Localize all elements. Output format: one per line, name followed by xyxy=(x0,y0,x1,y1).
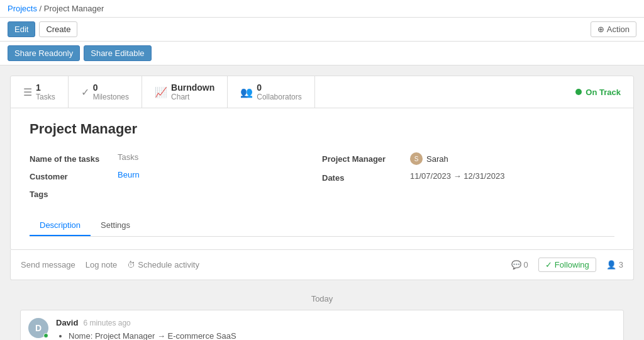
log-note-link[interactable]: Log note xyxy=(86,260,118,269)
breadcrumb-parent[interactable]: Projects xyxy=(8,4,37,13)
form-row: Name of the tasks Tasks Customer Beurn T… xyxy=(30,152,614,205)
tab-description[interactable]: Description xyxy=(30,215,91,236)
on-track-label: On Track xyxy=(586,88,621,97)
breadcrumb: Projects / Project Manager xyxy=(0,0,644,18)
tags-field-row: Tags xyxy=(30,188,322,199)
edit-button[interactable]: Edit xyxy=(8,21,35,37)
action-icon: ⊕ xyxy=(597,25,604,34)
pm-field-row: Project Manager S Sarah xyxy=(322,152,614,165)
breadcrumb-current: Project Manager xyxy=(44,4,104,13)
followers-count: 👤 3 xyxy=(606,260,623,269)
customer-label: Customer xyxy=(30,170,111,181)
collaborators-stat[interactable]: 👥 0 Collaborators xyxy=(228,76,314,108)
feed-avatar-initial: D xyxy=(35,323,42,333)
send-message-link[interactable]: Send message xyxy=(21,260,75,269)
checkmark-icon: ✓ xyxy=(545,260,552,269)
form-right: Project Manager S Sarah Dates 11/07/2023… xyxy=(322,152,614,205)
pm-label: Project Manager xyxy=(322,152,404,164)
feed-item: D David 6 minutes ago Nome: Project Mana… xyxy=(20,310,624,340)
tasks-label: Tasks xyxy=(36,93,55,101)
collaborators-count: 0 xyxy=(257,82,301,93)
feed-content: David 6 minutes ago Nome: Project Manage… xyxy=(56,318,616,340)
schedule-label: Schedule activity xyxy=(138,260,199,269)
tasks-stat[interactable]: ☰ 1 Tasks xyxy=(11,76,69,108)
feed-body: Nome: Project Manager → E-commerce SaaS … xyxy=(56,331,616,340)
followers-icon: 👤 xyxy=(606,260,616,269)
milestones-icon: ✓ xyxy=(81,86,89,98)
feed-section: Today D David 6 minutes ago Nome: Projec… xyxy=(10,280,634,340)
action-button[interactable]: ⊕ Action xyxy=(591,21,636,37)
feed-changes-list: Nome: Project Manager → E-commerce SaaS … xyxy=(56,331,616,340)
feed-author-time: 6 minutes ago xyxy=(83,319,130,327)
feed-header: David 6 minutes ago xyxy=(56,318,616,327)
share-editable-button[interactable]: Share Editable xyxy=(84,45,151,61)
project-title: Project Manager xyxy=(30,121,614,137)
msg-icon: 💬 xyxy=(511,260,521,269)
name-value: Tasks xyxy=(118,152,138,162)
burndown-icon: 📈 xyxy=(155,86,167,98)
name-label: Name of the tasks xyxy=(30,152,111,164)
tasks-icon: ☰ xyxy=(23,86,32,98)
share-readonly-button[interactable]: Share Readonly xyxy=(8,45,80,61)
msg-count-value: 0 xyxy=(524,260,528,269)
burndown-sub: Chart xyxy=(171,93,214,101)
dates-start: 11/07/2023 xyxy=(410,171,451,181)
collaborators-label: Collaborators xyxy=(257,93,301,101)
name-field-row: Name of the tasks Tasks xyxy=(30,152,322,164)
dates-field-row: Dates 11/07/2023 → 12/31/2023 xyxy=(322,171,614,183)
collaborators-icon: 👥 xyxy=(240,86,253,98)
customer-field-row: Customer Beurn xyxy=(30,170,322,181)
feed-today: Today xyxy=(20,294,624,303)
on-track-status: On Track xyxy=(563,76,633,108)
pm-name: Sarah xyxy=(426,154,448,164)
feed-change-0: Nome: Project Manager → E-commerce SaaS xyxy=(69,331,616,340)
bottom-actions: Send message Log note ⏱ Schedule activit… xyxy=(21,260,199,269)
burndown-label: Burndown xyxy=(171,82,214,93)
feed-author-name: David xyxy=(56,318,78,327)
bottom-action-bar: Send message Log note ⏱ Schedule activit… xyxy=(10,250,634,280)
breadcrumb-separator: / xyxy=(40,4,42,13)
on-track-dot xyxy=(575,89,582,95)
pm-value: S Sarah xyxy=(410,152,448,165)
milestones-label: Milestones xyxy=(93,93,129,101)
message-count: 💬 0 xyxy=(511,260,528,269)
dates-label: Dates xyxy=(322,171,404,183)
dates-arrow: → xyxy=(453,171,464,181)
following-label: Following xyxy=(555,260,589,269)
tags-label: Tags xyxy=(30,188,111,199)
dates-value: 11/07/2023 → 12/31/2023 xyxy=(410,171,504,181)
main-content: ☰ 1 Tasks ✓ 0 Milestones 📈 Burndown Char… xyxy=(0,65,644,340)
action-label: Action xyxy=(607,25,630,34)
tab-settings[interactable]: Settings xyxy=(91,215,140,236)
project-body: Project Manager Name of the tasks Tasks … xyxy=(11,108,633,249)
milestones-count: 0 xyxy=(93,82,129,93)
pm-avatar: S xyxy=(410,152,423,165)
following-button[interactable]: ✓ Following xyxy=(538,258,596,272)
tabs: Description Settings xyxy=(30,215,614,237)
share-toolbar: Share Readonly Share Editable xyxy=(0,42,644,65)
form-left: Name of the tasks Tasks Customer Beurn T… xyxy=(30,152,322,205)
schedule-icon: ⏱ xyxy=(127,260,135,269)
stats-bar: ☰ 1 Tasks ✓ 0 Milestones 📈 Burndown Char… xyxy=(11,76,633,108)
customer-value[interactable]: Beurn xyxy=(118,170,140,179)
burndown-stat[interactable]: 📈 Burndown Chart xyxy=(142,76,228,108)
feed-avatar: D xyxy=(28,318,48,338)
toolbar: Edit Create ⊕ Action xyxy=(0,18,644,42)
create-button[interactable]: Create xyxy=(39,21,77,37)
schedule-activity-link[interactable]: ⏱ Schedule activity xyxy=(127,260,199,269)
followers-number: 3 xyxy=(619,260,623,269)
online-dot xyxy=(43,333,48,338)
dates-end: 12/31/2023 xyxy=(464,171,504,181)
tasks-count: 1 xyxy=(36,82,55,93)
milestones-stat[interactable]: ✓ 0 Milestones xyxy=(69,76,142,108)
bottom-right: 💬 0 ✓ Following 👤 3 xyxy=(511,258,623,272)
project-card: ☰ 1 Tasks ✓ 0 Milestones 📈 Burndown Char… xyxy=(10,76,634,250)
